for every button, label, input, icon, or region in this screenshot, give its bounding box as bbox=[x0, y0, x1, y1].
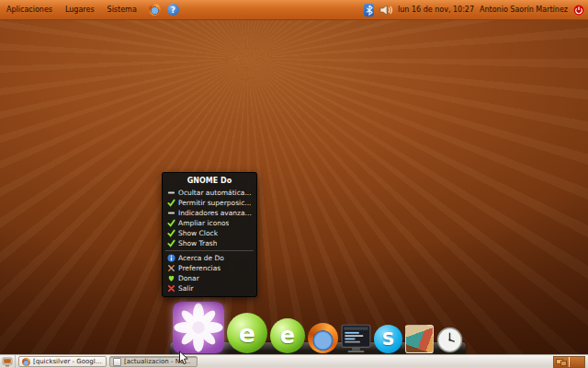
terminal-icon bbox=[341, 323, 371, 353]
dock-item-clock[interactable] bbox=[436, 327, 463, 353]
check-icon bbox=[166, 229, 175, 238]
menu-item-indicadores-avanza[interactable]: Indicadores avanza... bbox=[163, 208, 256, 218]
help-icon: ? bbox=[167, 4, 179, 16]
gnome-do-context-menu: GNOME Do Ocultar automática...Permitir s… bbox=[162, 172, 257, 297]
menu-item-donar[interactable]: Donar bbox=[163, 273, 256, 283]
context-menu-items: Ocultar automática...Permitir superposic… bbox=[163, 188, 256, 293]
emesene-glyph: e bbox=[239, 321, 255, 346]
dock-item-gnome-do[interactable] bbox=[173, 302, 224, 353]
workspace-switcher bbox=[553, 356, 585, 368]
panel-menubar: AplicacionesLugaresSistema bbox=[0, 0, 143, 19]
dock-item-skype[interactable]: S bbox=[374, 325, 402, 353]
dash-icon bbox=[166, 209, 175, 218]
dock-item-firefox[interactable] bbox=[308, 323, 338, 353]
quit-icon bbox=[166, 284, 175, 293]
dash-icon bbox=[166, 189, 175, 198]
menu-separator bbox=[165, 250, 254, 251]
menu-item-ampliar-iconos[interactable]: Ampliar iconos bbox=[163, 218, 256, 228]
check-icon bbox=[166, 219, 175, 228]
workspace-2[interactable] bbox=[570, 357, 584, 367]
check-icon bbox=[166, 199, 175, 208]
gnome-do-icon bbox=[173, 302, 224, 353]
system-tray: lun 16 de nov, 10:27 Antonio Saorín Mart… bbox=[364, 4, 588, 17]
desktop-screen: AplicacionesLugaresSistema ? lun 16 de n… bbox=[0, 0, 588, 368]
clock-icon bbox=[436, 327, 463, 353]
tools-icon bbox=[166, 264, 175, 273]
firefox-icon bbox=[22, 358, 30, 366]
bottom-taskbar: [quicksilver - Google S...[actualizacion… bbox=[0, 354, 588, 368]
user-switcher[interactable]: Antonio Saorín Martínez bbox=[480, 6, 568, 14]
quick-launch: ? bbox=[148, 3, 180, 17]
menu-item-show-trash[interactable]: Show Trash bbox=[163, 238, 256, 248]
workspace-1[interactable] bbox=[554, 357, 569, 367]
firefox-icon bbox=[149, 4, 161, 16]
top-panel: AplicacionesLugaresSistema ? lun 16 de n… bbox=[0, 0, 588, 20]
menu-aplicaciones[interactable]: Aplicaciones bbox=[0, 0, 59, 19]
menu-item-acerca-de-do[interactable]: Acerca de Do bbox=[163, 253, 256, 263]
menu-item-preferencias[interactable]: Preferencias bbox=[163, 263, 256, 273]
dock-item-terminal[interactable] bbox=[341, 323, 371, 353]
panel-clock[interactable]: lun 16 de nov, 10:27 bbox=[398, 6, 474, 14]
dock-item-exaile[interactable]: e bbox=[270, 318, 305, 353]
donate-icon bbox=[166, 274, 175, 283]
menu-item-ocultar-autom-tica[interactable]: Ocultar automática... bbox=[163, 188, 256, 198]
menu-lugares[interactable]: Lugares bbox=[59, 0, 101, 19]
show-desktop-button[interactable] bbox=[0, 355, 16, 368]
info-icon bbox=[166, 254, 175, 263]
skype-glyph: S bbox=[382, 330, 395, 348]
volume-icon[interactable] bbox=[379, 5, 392, 16]
menu-item-show-clock[interactable]: Show Clock bbox=[163, 228, 256, 238]
taskbar-window-1[interactable]: [quicksilver - Google S... bbox=[18, 356, 107, 367]
mouse-cursor bbox=[178, 351, 189, 366]
menu-item-permitir-superposic[interactable]: Permitir superposic... bbox=[163, 198, 256, 208]
firefox-launcher[interactable] bbox=[148, 3, 162, 17]
menu-sistema[interactable]: Sistema bbox=[101, 0, 143, 19]
document-icon bbox=[113, 358, 121, 366]
dock: eeS bbox=[173, 302, 463, 353]
context-menu-title: GNOME Do bbox=[163, 175, 256, 188]
bluetooth-icon[interactable] bbox=[364, 4, 374, 17]
menu-item-salir[interactable]: Salir bbox=[163, 283, 256, 293]
dock-item-emesene[interactable]: e bbox=[227, 313, 267, 353]
dock-item-image-viewer[interactable] bbox=[405, 325, 434, 353]
help-launcher[interactable]: ? bbox=[166, 3, 180, 17]
shutdown-icon[interactable] bbox=[573, 5, 584, 16]
window-list: [quicksilver - Google S...[actualizacion… bbox=[16, 356, 198, 367]
exaile-glyph: e bbox=[280, 325, 295, 347]
check-icon bbox=[166, 239, 175, 248]
